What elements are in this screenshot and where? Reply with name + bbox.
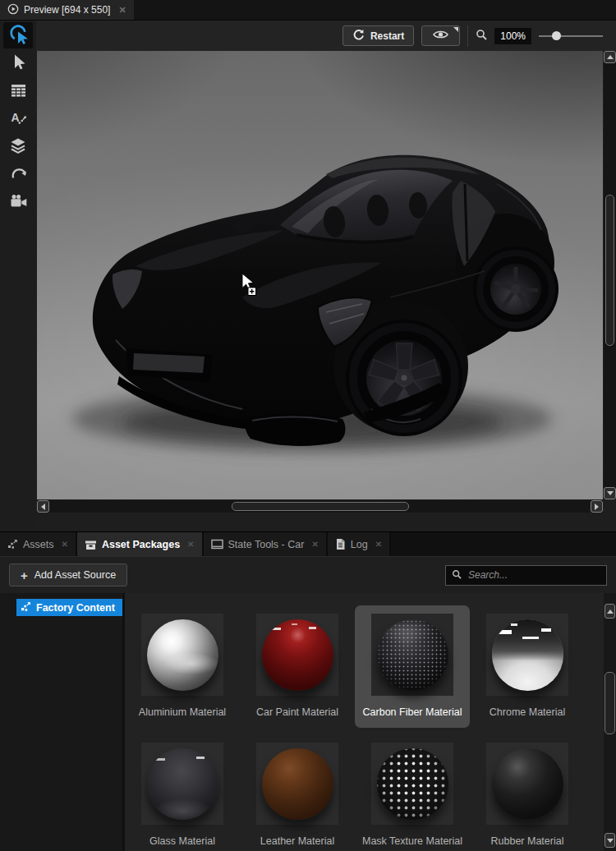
tab-asset-packages[interactable]: Asset Packages ✕	[77, 532, 204, 556]
bottom-tab-bar: Assets ✕ Asset Packages ✕ State Tools - …	[0, 531, 616, 556]
material-label: Mask Texture Material	[362, 835, 462, 847]
viewport-zone	[36, 51, 616, 531]
viewport-3d[interactable]	[37, 51, 603, 499]
material-label: Aluminium Material	[139, 706, 226, 718]
connections-icon	[8, 163, 28, 186]
material-carbon-fiber-material[interactable]: Carbon Fiber Material	[355, 605, 470, 728]
material-aluminium-material[interactable]: Aluminium Material	[125, 605, 240, 728]
tab-assets[interactable]: Assets ✕	[0, 532, 77, 556]
materials-scroll-down-button[interactable]	[605, 833, 615, 848]
visibility-button[interactable]	[421, 25, 460, 46]
log-icon	[335, 538, 346, 550]
zoom-slider[interactable]	[539, 30, 603, 42]
materials-scroll-thumb[interactable]	[605, 672, 615, 734]
viewport-vscrollbar[interactable]	[604, 51, 616, 499]
tree-item-factory-content[interactable]: Factory Content	[16, 599, 122, 616]
car-3d-model[interactable]	[37, 51, 603, 499]
asset-browser: Factory Content Aluminium Material Car P…	[0, 593, 616, 851]
arrow-right-icon	[595, 504, 599, 510]
material-thumbnail	[371, 614, 453, 696]
arrow-down-icon	[607, 839, 614, 843]
text-tool-button[interactable]: A	[3, 106, 33, 132]
connections-tool-button[interactable]	[3, 162, 33, 188]
material-sphere	[147, 748, 218, 820]
material-mask-texture-material[interactable]: Mask Texture Material	[355, 734, 470, 851]
preview-tab-close-icon[interactable]: ✕	[118, 5, 126, 16]
vscroll-up-button[interactable]	[604, 51, 616, 63]
tab-close-icon[interactable]: ✕	[62, 540, 68, 549]
materials-grid: Aluminium Material Car Paint Material Ca…	[125, 605, 604, 851]
material-car-paint-material[interactable]: Car Paint Material	[240, 605, 355, 728]
select-tool-button[interactable]	[3, 50, 33, 76]
material-label: Car Paint Material	[256, 706, 338, 718]
tree-item-label: Factory Content	[36, 602, 115, 614]
materials-scrollbar[interactable]	[604, 593, 616, 851]
material-label: Carbon Fiber Material	[363, 706, 462, 718]
restart-button[interactable]: Restart	[342, 25, 414, 46]
material-leather-material[interactable]: Leather Material	[240, 734, 355, 851]
asset-source-tree: Factory Content	[0, 593, 125, 851]
material-sphere	[492, 748, 563, 820]
hscroll-thumb[interactable]	[232, 502, 409, 511]
zoom-level-value[interactable]: 100%	[494, 28, 531, 44]
tab-log[interactable]: Log ✕	[328, 532, 391, 556]
material-sphere	[262, 748, 333, 820]
tool-strip: A	[0, 21, 36, 531]
arrow-up-icon	[607, 610, 614, 614]
material-thumbnail	[486, 614, 568, 696]
material-label: Leather Material	[260, 835, 334, 847]
factory-content-icon	[21, 601, 31, 614]
vscroll-thumb[interactable]	[605, 195, 614, 346]
material-thumbnail	[141, 743, 223, 825]
search-box[interactable]	[445, 565, 607, 586]
arrow-left-icon	[41, 504, 45, 510]
preview-panel: A	[0, 21, 616, 531]
materials-scroll-up-button[interactable]	[605, 604, 615, 619]
material-label: Glass Material	[149, 835, 215, 847]
layers-tool-button[interactable]	[3, 134, 33, 160]
window-icon	[211, 539, 223, 550]
package-icon	[85, 539, 97, 550]
preview-tab[interactable]: Preview [694 x 550] ✕	[0, 0, 134, 20]
restart-label: Restart	[370, 30, 404, 42]
add-asset-source-button[interactable]: + Add Asset Source	[9, 564, 127, 586]
svg-text:A: A	[11, 111, 20, 124]
hscroll-left-button[interactable]	[37, 500, 49, 513]
arrow-down-icon	[607, 491, 614, 495]
select-tool-icon	[8, 52, 28, 75]
add-asset-source-label: Add Asset Source	[34, 569, 116, 581]
material-thumbnail	[141, 614, 223, 696]
pick-tool-icon	[7, 23, 30, 48]
material-glass-material[interactable]: Glass Material	[125, 734, 240, 851]
arrow-up-icon	[607, 55, 614, 59]
material-thumbnail	[256, 614, 338, 696]
material-sphere	[262, 619, 333, 691]
layers-icon	[8, 136, 28, 159]
application-window: Preview [694 x 550] ✕	[0, 0, 616, 851]
material-thumbnail	[371, 743, 453, 825]
camera-icon	[8, 191, 28, 214]
material-rubber-material[interactable]: Rubber Material	[470, 734, 585, 851]
tab-close-icon[interactable]: ✕	[375, 540, 382, 549]
material-sphere	[377, 619, 448, 691]
table-view-tool-button[interactable]	[3, 78, 33, 104]
material-sphere	[492, 619, 563, 691]
tab-close-icon[interactable]: ✕	[311, 540, 318, 549]
tab-state-tools-car[interactable]: State Tools - Car ✕	[204, 532, 328, 556]
hscroll-right-button[interactable]	[591, 500, 603, 513]
tab-close-icon[interactable]: ✕	[187, 540, 194, 549]
materials-panel: Aluminium Material Car Paint Material Ca…	[125, 593, 604, 851]
camera-tool-button[interactable]	[3, 190, 33, 216]
viewport-hscrollbar[interactable]	[37, 500, 603, 513]
zoom-slider-track	[539, 35, 603, 37]
material-chrome-material[interactable]: Chrome Material	[470, 605, 585, 728]
pick-tool-button[interactable]	[3, 22, 33, 48]
zoom-slider-handle[interactable]	[552, 31, 561, 40]
search-input[interactable]	[467, 568, 600, 582]
text-tool-icon: A	[8, 108, 28, 131]
vscroll-down-button[interactable]	[604, 487, 616, 499]
material-label: Rubber Material	[491, 835, 564, 847]
dropdown-corner-icon	[453, 27, 458, 32]
preview-tab-title: Preview [694 x 550]	[24, 4, 110, 16]
eye-icon	[433, 30, 448, 42]
